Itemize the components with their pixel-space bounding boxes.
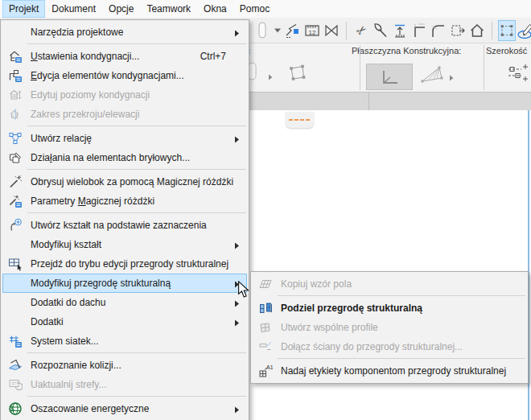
menu-item[interactable]: Narzędzia projektowe [2,23,247,42]
menu-item[interactable]: Parametry Magicznej różdżki [2,191,247,211]
menu-item-label: Dołącz ściany do przegrody strukturalnej… [281,341,463,352]
infobar-separator [484,45,484,90]
collision-detection-icon [6,358,24,373]
marquee-select-icon[interactable] [498,20,516,41]
magic-wand-icon [6,175,24,189]
menu-item-label: Przejdź do trybu edycji przegrody strukt… [31,258,228,270]
menu-item-label: Utwórz wspólne profile [281,322,378,333]
menu-item: Kopiuj wzór pola [253,274,526,294]
submenu-arrow-icon [234,241,240,252]
construction-plane-label: Płaszczyzna Konstrukcyjna: [352,46,461,56]
section-range-icon [6,107,24,121]
menu-item-label: Podziel przegrodę strukturalną [281,303,422,314]
project-menu-panel: Narzędzia projektoweUstawienia kondygnac… [0,19,249,420]
expander-arrow-icon[interactable] [268,69,273,84]
menu-item-label: System siatek... [31,336,99,347]
menu-item-label: Zakres przekroju/elewacji [31,109,139,120]
menubar-item-teamwork[interactable]: Teamwork [140,0,197,18]
menu-item-label: Kopiuj wzór pola [281,278,352,290]
create-relation-icon [6,131,24,146]
toolbar-separator [346,22,347,39]
dropdown-arrow-icon[interactable] [273,20,282,41]
corner-trim-icon[interactable] [410,20,428,41]
menu-item-label: Modyfikuj kształt [31,239,101,250]
magic-wand-settings-icon [6,194,24,208]
menu-item[interactable]: Edycja elementów kondygnacjami... [2,66,247,85]
scissors-icon[interactable]: ✂ [352,20,370,41]
menu-item[interactable]: A1Nadaj etykiety komponentom przegrody s… [253,361,526,381]
menu-item-label: Nadaj etykiety komponentom przegrody str… [281,365,506,377]
construction-plane-button[interactable] [366,64,413,90]
menu-item[interactable]: Przejdź do trybu edycji przegrody strukt… [2,254,247,274]
polygon-geometry-icon[interactable] [286,63,307,85]
menubar-item-okna[interactable]: Okna [197,0,233,18]
menubar-item-projekt[interactable]: Projekt [2,0,45,18]
menu-item-label: Edytuj poziomy kondygnacji [31,89,150,101]
expander-arrow-icon[interactable] [449,70,454,84]
menubar-item-opcje[interactable]: Opcje [102,0,140,18]
menu-item[interactable]: Utwórz relację [2,129,247,148]
submenu-arrow-icon [234,28,240,39]
mesh-fan-icon[interactable] [420,64,446,89]
no-icon [6,237,24,252]
menu-item: Dołącz ściany do przegrody strukturalnej… [253,337,526,356]
menu-item[interactable]: Obrysuj wielobok za pomocą Magicznej róż… [2,172,247,191]
menu-item[interactable]: Modyfikuj kształt [2,235,247,254]
menu-item-label: Dodatki [31,316,64,327]
menu-item[interactable]: Działania na elementach bryłowych... [2,148,247,167]
menu-item-label: Oszacowanie energetyczne [31,403,149,414]
menu-item: Uaktualnij strefy... [2,375,247,394]
menu-item-label: Obrysuj wielobok za pomocą Magicznej róż… [31,176,233,187]
menu-item[interactable]: Podziel przegrodę strukturalną [253,299,526,318]
update-zones-icon [6,377,24,392]
width-label: Szerokość [486,46,527,56]
pet-palette[interactable] [286,112,314,128]
toolbar-separator [492,22,492,39]
storey-settings-icon [6,49,24,64]
axe-icon[interactable] [372,20,389,41]
menu-item[interactable]: Utwórz kształt na podstawie zaznaczenia [2,216,247,235]
modify-pencil-icon[interactable] [517,20,531,41]
menu-item[interactable]: Oszacowanie energetyczne [2,399,247,418]
attach-walls-icon [257,340,274,354]
menu-item-label: Działania na elementach bryłowych... [31,152,190,163]
split-curtain-wall-icon [257,301,274,315]
create-shape-icon [6,218,24,233]
no-icon [6,25,24,39]
label-components-icon: A1 [257,364,274,378]
menu-item[interactable]: Modyfikuj przegrodę strukturalną [2,274,247,293]
storey-levels-icon [6,88,24,102]
dimension-ruler-icon[interactable]: 12 [303,20,321,41]
menu-item-label: Edycja elementów kondygnacjami... [31,70,184,81]
menu-item-label: Parametry Magicznej różdżki [31,196,154,207]
copy-panel-pattern-icon [257,277,274,291]
menubar-item-pomoc[interactable]: Pomoc [233,0,276,18]
resize-box-icon[interactable] [449,20,467,41]
home-icon[interactable] [468,20,486,41]
curtain-wall-submenu-panel: Kopiuj wzór polaPodziel przegrodę strukt… [250,271,529,384]
infobar-separator [360,45,360,90]
no-icon [6,276,24,290]
capsule-tool-icon[interactable] [253,20,271,41]
grid-system-icon [6,334,24,348]
fillet-icon[interactable] [430,20,447,41]
dashed-line-preview [289,119,311,121]
menu-item[interactable]: Dodatki do dachu [2,293,247,312]
menubar-item-dokument[interactable]: Dokument [45,0,102,18]
energy-evaluation-icon [6,401,24,416]
no-icon [6,295,24,310]
menu-item[interactable]: Dodatki [2,312,247,331]
survey-point-icon[interactable] [284,20,302,41]
menu-item-label: Modyfikuj przegrodę strukturalną [31,278,171,289]
menu-item[interactable]: System siatek... [2,331,247,351]
menu-item-label: Dodatki do dachu [31,297,105,308]
stretch-icon[interactable] [391,20,409,41]
menu-item[interactable]: Ustawienia kondygnacji...Ctrl+7 [2,47,247,66]
menu-item[interactable]: Rozpoznanie kolizji... [2,356,247,375]
menu-item-label: Utwórz kształt na podstawie zaznaczenia [31,220,207,231]
marquee-x-icon[interactable] [323,20,340,41]
menu-item: Zakres przekroju/elewacji [2,105,247,124]
grid-spacing-icon[interactable] [507,63,529,87]
menu-item-label: Utwórz relację [31,133,92,144]
submenu-arrow-icon [234,405,240,416]
